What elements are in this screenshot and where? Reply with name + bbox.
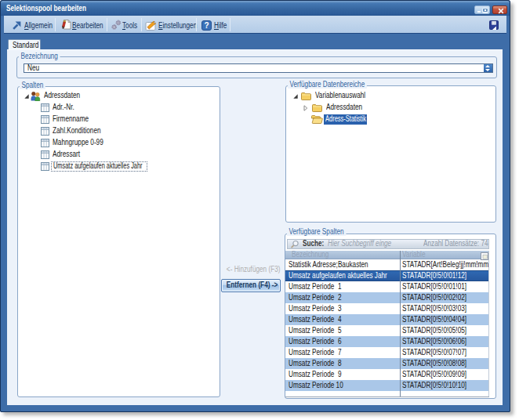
- svg-text:?: ?: [204, 21, 209, 30]
